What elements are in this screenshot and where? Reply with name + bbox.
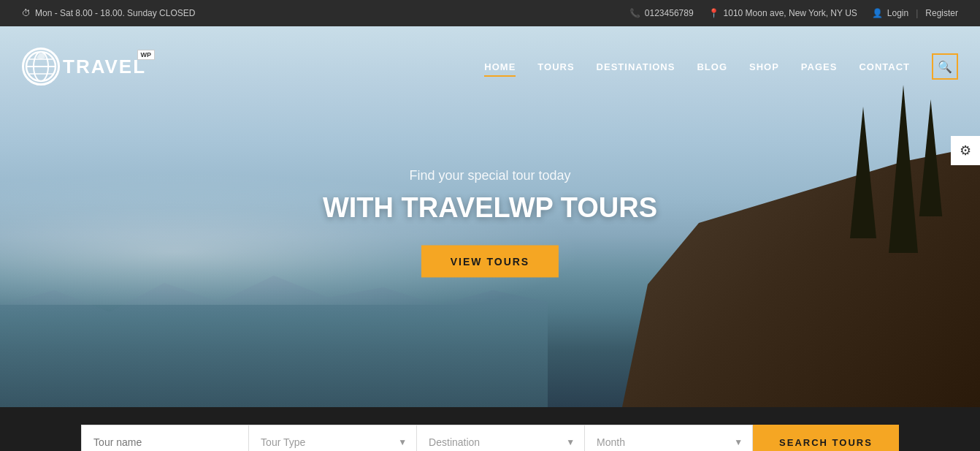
hero-content: Find your special tour today With Travel…: [323, 167, 657, 277]
tree-3: [918, 99, 943, 216]
hero-subtitle: Find your special tour today: [323, 167, 657, 183]
login-link[interactable]: Login: [887, 8, 908, 18]
nav-link-shop[interactable]: SHOP: [749, 61, 779, 75]
view-tours-button[interactable]: VIEW TOURS: [421, 245, 559, 277]
settings-button[interactable]: ⚙: [951, 136, 980, 165]
clock-icon: ⏱: [22, 8, 31, 18]
tour-name-wrapper: [81, 425, 249, 451]
nav-item-destinations[interactable]: DESTINATIONS: [597, 60, 675, 73]
register-link[interactable]: Register: [925, 8, 958, 18]
nav-item-pages[interactable]: PAGES: [801, 60, 838, 73]
nav-item-contact[interactable]: CONTACT: [859, 60, 910, 73]
location-icon: 📍: [708, 8, 719, 18]
top-bar: ⏱ Mon - Sat 8.00 - 18.00. Sunday CLOSED …: [0, 0, 980, 26]
gear-icon: ⚙: [960, 143, 971, 159]
phone-text: 0123456789: [645, 8, 694, 18]
tree-2: [849, 107, 878, 238]
nav-link-destinations[interactable]: DESTINATIONS: [597, 61, 675, 75]
hero-title: With Travelwp Tours: [323, 192, 657, 223]
phone-icon: 📞: [629, 8, 640, 18]
address-text: 1010 Moon ave, New York, NY US: [724, 8, 857, 18]
auth-divider: |: [916, 8, 918, 18]
nav-item-shop[interactable]: SHOP: [749, 60, 779, 73]
tour-type-select[interactable]: Tour Type Adventure Cultural Beach Mount…: [249, 425, 417, 451]
month-wrapper: Month January February March April May J…: [585, 425, 753, 451]
logo-wrapper: TRAVEL WP: [22, 48, 146, 86]
nav-link-home[interactable]: HOME: [484, 61, 516, 77]
logo-icon: [22, 48, 60, 86]
phone-info: 📞 0123456789: [629, 8, 694, 18]
globe-icon: [25, 50, 57, 83]
tour-type-wrapper: Tour Type Adventure Cultural Beach Mount…: [249, 425, 417, 451]
nav-link-pages[interactable]: PAGES: [801, 61, 838, 75]
tour-name-input[interactable]: [81, 425, 249, 451]
address-info: 📍 1010 Moon ave, New York, NY US: [708, 8, 857, 18]
destination-wrapper: Destination Asia Europe America Africa ▼: [417, 425, 585, 451]
nav-item-tours[interactable]: TOURS: [537, 60, 574, 73]
month-select[interactable]: Month January February March April May J…: [585, 425, 753, 451]
search-button[interactable]: 🔍: [932, 53, 958, 80]
nav-link-contact[interactable]: CONTACT: [859, 61, 910, 75]
user-icon: 👤: [872, 8, 883, 18]
auth-links: 👤 Login | Register: [872, 8, 958, 18]
nav-link-tours[interactable]: TOURS: [537, 61, 574, 75]
nav-item-blog[interactable]: BLOG: [697, 60, 727, 73]
tree-1: [885, 85, 922, 253]
hours-info: ⏱ Mon - Sat 8.00 - 18.00. Sunday CLOSED: [22, 8, 195, 18]
search-icon: 🔍: [938, 60, 952, 74]
search-bar: Tour Type Adventure Cultural Beach Mount…: [0, 407, 980, 451]
hours-text: Mon - Sat 8.00 - 18.00. Sunday CLOSED: [35, 8, 195, 18]
logo-wp-badge: WP: [137, 50, 156, 60]
nav-search-item[interactable]: 🔍: [932, 53, 958, 80]
logo-text: TRAVEL: [63, 56, 146, 77]
hero-section: TRAVEL WP HOME TOURS DESTINATIONS BLOG S…: [0, 26, 980, 407]
nav-item-home[interactable]: HOME: [484, 60, 516, 73]
hero-trees: [797, 85, 943, 289]
search-tours-button[interactable]: SEARCH TOURS: [753, 425, 899, 451]
destination-select[interactable]: Destination Asia Europe America Africa: [417, 425, 585, 451]
nav-menu: HOME TOURS DESTINATIONS BLOG SHOP PAGES …: [484, 53, 958, 80]
main-nav: TRAVEL WP HOME TOURS DESTINATIONS BLOG S…: [0, 26, 980, 107]
nav-link-blog[interactable]: BLOG: [697, 61, 727, 75]
